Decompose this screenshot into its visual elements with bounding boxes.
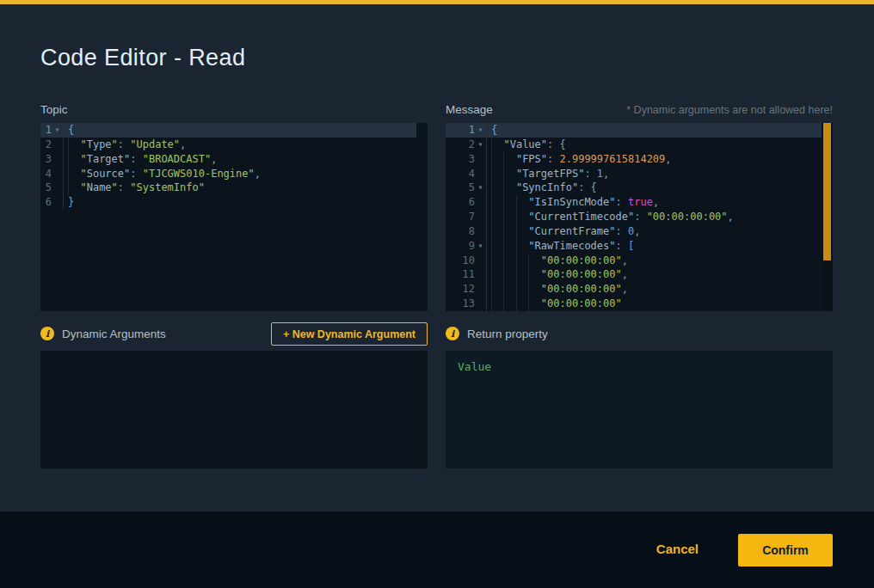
- fold-toggle-icon[interactable]: ▾: [475, 138, 486, 152]
- indent-guide: [528, 282, 529, 297]
- code-line: 2▾ "Value": {: [446, 138, 833, 152]
- line-number: 1: [40, 123, 52, 138]
- indent-guide: [503, 297, 504, 311]
- indent-guide: [528, 297, 529, 311]
- line-number: 11: [446, 267, 475, 282]
- modal-accent-bar: [0, 0, 874, 4]
- dynamic-arguments-panel: [40, 351, 428, 469]
- indent-guide: [503, 210, 504, 224]
- fold-toggle-icon[interactable]: ▾: [475, 239, 486, 254]
- line-number: 4: [446, 167, 475, 181]
- code-text: "00:00:00:00",: [486, 267, 833, 282]
- line-number: 3: [446, 152, 475, 167]
- dynamic-arguments-header: i Dynamic Arguments + New Dynamic Argume…: [40, 322, 428, 346]
- message-code-editor[interactable]: 1▾{2▾ "Value": {3 "FPS": 2.9999976158142…: [446, 123, 833, 311]
- code-text: {: [486, 123, 833, 138]
- indent-guide: [491, 224, 492, 239]
- indent-guide: [491, 167, 492, 181]
- indent-guide: [68, 181, 69, 195]
- code-line: 12 "00:00:00:00",: [446, 282, 833, 297]
- fold-toggle-icon[interactable]: ▾: [475, 123, 486, 138]
- indent-guide: [516, 297, 517, 311]
- fold-spacer: [475, 195, 486, 210]
- line-number: 5: [446, 181, 475, 195]
- topic-code-editor[interactable]: 1▾{2 "Type": "Update",3 "Target": "BROAD…: [40, 123, 428, 311]
- line-number: 8: [446, 224, 475, 239]
- message-note: * Dynamic arguments are not allowed here…: [446, 104, 833, 116]
- code-text: "Target": "BROADCAST",: [63, 152, 428, 167]
- fold-spacer: [52, 167, 63, 181]
- fold-spacer: [52, 195, 63, 210]
- new-dynamic-argument-button[interactable]: + New Dynamic Argument: [271, 322, 428, 346]
- topic-label: Topic: [40, 103, 68, 116]
- line-number: 4: [40, 167, 52, 181]
- indent-guide: [503, 181, 504, 195]
- indent-guide: [503, 282, 504, 297]
- line-number: 13: [446, 297, 475, 311]
- fold-spacer: [475, 152, 486, 167]
- code-line: 5▾ "SyncInfo": {: [446, 181, 833, 195]
- indent-guide: [503, 167, 504, 181]
- page-title: Code Editor - Read: [40, 45, 245, 71]
- indent-guide: [491, 195, 492, 210]
- code-line: 13 "00:00:00:00": [446, 297, 833, 311]
- line-number: 2: [446, 138, 475, 152]
- line-number: 9: [446, 239, 475, 254]
- code-line: 1▾{: [446, 123, 833, 138]
- dynamic-arguments-scrollbar-track: [416, 351, 428, 469]
- code-text: "Name": "SystemInfo": [63, 181, 428, 195]
- code-text: "CurrentTimecode": "00:00:00:00",: [486, 210, 833, 224]
- indent-guide: [528, 267, 529, 282]
- code-line: 3 "Target": "BROADCAST",: [40, 152, 428, 167]
- code-text: }: [63, 195, 428, 210]
- indent-guide: [68, 138, 69, 152]
- code-editor-modal: Code Editor - Read Topic Message * Dynam…: [0, 0, 874, 588]
- return-property-label: Return property: [467, 328, 548, 340]
- line-number: 10: [446, 254, 475, 268]
- indent-guide: [503, 254, 504, 268]
- indent-guide: [491, 181, 492, 195]
- indent-guide: [491, 297, 492, 311]
- fold-spacer: [475, 224, 486, 239]
- code-line: 8 "CurrentFrame": 0,: [446, 224, 833, 239]
- fold-spacer: [475, 254, 486, 268]
- indent-guide: [503, 195, 504, 210]
- fold-toggle-icon[interactable]: ▾: [52, 123, 63, 138]
- dynamic-arguments-label: Dynamic Arguments: [62, 328, 166, 340]
- cancel-button[interactable]: Cancel: [656, 542, 699, 556]
- return-property-panel[interactable]: Value: [446, 351, 833, 469]
- indent-guide: [68, 167, 69, 181]
- fold-spacer: [475, 267, 486, 282]
- fold-spacer: [475, 297, 486, 311]
- fold-toggle-icon[interactable]: ▾: [475, 181, 486, 195]
- code-line: 11 "00:00:00:00",: [446, 267, 833, 282]
- line-number: 1: [446, 123, 475, 138]
- code-line: 7 "CurrentTimecode": "00:00:00:00",: [446, 210, 833, 224]
- indent-guide: [516, 254, 517, 268]
- code-line: 3 "FPS": 2.999997615814209,: [446, 152, 833, 167]
- info-icon: i: [446, 327, 459, 340]
- code-line: 6 "IsInSyncMode": true,: [446, 195, 833, 210]
- indent-guide: [503, 224, 504, 239]
- indent-guide: [516, 224, 517, 239]
- return-property-header: i Return property: [446, 322, 833, 346]
- line-number: 6: [40, 195, 52, 210]
- fold-spacer: [52, 181, 63, 195]
- code-line: 5 "Name": "SystemInfo": [40, 181, 428, 195]
- confirm-button[interactable]: Confirm: [738, 534, 833, 567]
- code-text: "00:00:00:00": [486, 297, 833, 311]
- message-scrollbar-thumb[interactable]: [823, 123, 831, 260]
- code-text: {: [63, 123, 428, 138]
- info-icon: i: [40, 327, 54, 340]
- line-number: 7: [446, 210, 475, 224]
- code-text: "Type": "Update",: [63, 138, 428, 152]
- indent-guide: [491, 138, 492, 152]
- line-number: 12: [446, 282, 475, 297]
- code-text: "RawTimecodes": [: [486, 239, 833, 254]
- code-text: "TargetFPS": 1,: [486, 167, 833, 181]
- code-text: "FPS": 2.999997615814209,: [486, 152, 833, 167]
- message-scrollbar[interactable]: [822, 123, 833, 311]
- code-line: 1▾{: [40, 123, 428, 138]
- code-line: 9▾ "RawTimecodes": [: [446, 239, 833, 254]
- indent-guide: [516, 195, 517, 210]
